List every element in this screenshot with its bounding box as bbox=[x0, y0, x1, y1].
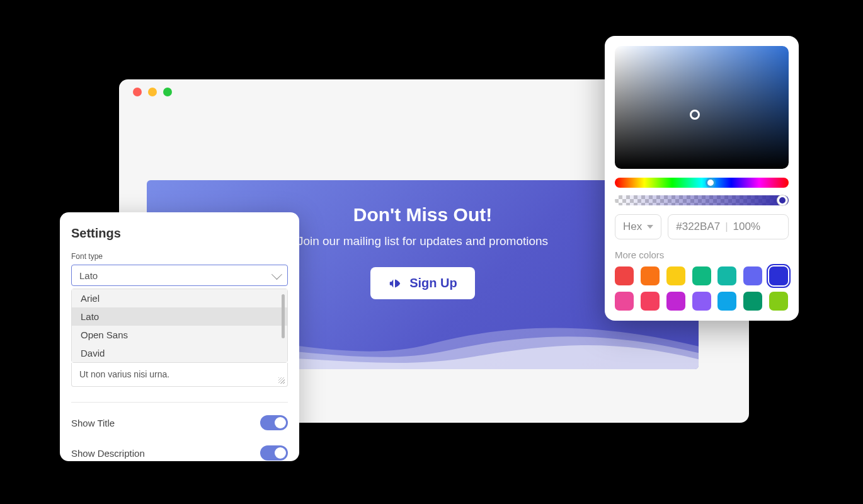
minimize-dot[interactable] bbox=[148, 88, 157, 96]
font-option[interactable]: Lato bbox=[72, 307, 287, 326]
more-colors-label: More colors bbox=[615, 249, 789, 260]
show-description-row: Show Description bbox=[71, 438, 288, 468]
hex-input[interactable]: #322BA7 | 100% bbox=[668, 214, 789, 239]
show-title-label: Show Title bbox=[71, 418, 115, 428]
text-input[interactable]: Ut non varius nisi urna. bbox=[71, 363, 288, 387]
font-type-select[interactable]: Lato bbox=[71, 265, 288, 286]
divider bbox=[71, 402, 288, 403]
color-swatch[interactable] bbox=[769, 266, 788, 285]
settings-title: Settings bbox=[71, 226, 288, 241]
signup-button[interactable]: Sign Up bbox=[370, 267, 475, 299]
font-option[interactable]: David bbox=[72, 344, 287, 362]
settings-panel: Settings Font type Lato Ariel Lato Open … bbox=[60, 212, 299, 461]
separator: | bbox=[725, 220, 728, 233]
color-format-select[interactable]: Hex bbox=[615, 214, 661, 239]
swatch-grid bbox=[615, 266, 789, 311]
color-swatch[interactable] bbox=[692, 292, 711, 311]
hue-slider[interactable] bbox=[615, 178, 789, 188]
chevron-down-icon bbox=[647, 225, 653, 229]
font-type-dropdown: Ariel Lato Open Sans David bbox=[71, 289, 288, 363]
color-swatch[interactable] bbox=[666, 292, 685, 311]
signup-button-label: Sign Up bbox=[409, 276, 457, 290]
hue-cursor[interactable] bbox=[706, 178, 716, 188]
color-picker-panel: Hex #322BA7 | 100% More colors bbox=[605, 36, 799, 321]
show-description-toggle[interactable] bbox=[260, 445, 288, 461]
alpha-slider[interactable] bbox=[615, 195, 789, 205]
megaphone-icon bbox=[388, 277, 402, 290]
close-dot[interactable] bbox=[133, 88, 142, 96]
color-swatch[interactable] bbox=[717, 266, 736, 285]
color-swatch[interactable] bbox=[615, 266, 634, 285]
color-swatch[interactable] bbox=[717, 292, 736, 311]
alpha-cursor[interactable] bbox=[777, 195, 787, 205]
show-description-label: Show Description bbox=[71, 448, 145, 459]
color-swatch[interactable] bbox=[769, 292, 788, 311]
maximize-dot[interactable] bbox=[163, 88, 172, 96]
color-swatch[interactable] bbox=[692, 266, 711, 285]
hex-value: #322BA7 bbox=[676, 220, 720, 233]
color-swatch[interactable] bbox=[666, 266, 685, 285]
alpha-value: 100% bbox=[733, 220, 760, 233]
font-option[interactable]: Ariel bbox=[72, 289, 287, 307]
color-swatch[interactable] bbox=[743, 292, 762, 311]
chevron-down-icon bbox=[271, 269, 282, 280]
font-type-label: Font type bbox=[71, 252, 288, 261]
show-title-toggle[interactable] bbox=[260, 415, 288, 430]
sv-cursor[interactable] bbox=[690, 110, 700, 120]
font-type-selected: Lato bbox=[79, 270, 98, 281]
color-swatch[interactable] bbox=[641, 292, 660, 311]
color-swatch[interactable] bbox=[743, 266, 762, 285]
font-option[interactable]: Open Sans bbox=[72, 326, 287, 344]
color-swatch[interactable] bbox=[641, 266, 660, 285]
text-input-value: Ut non varius nisi urna. bbox=[79, 369, 169, 379]
resize-grip-icon[interactable] bbox=[278, 377, 285, 384]
show-title-row: Show Title bbox=[71, 408, 288, 438]
color-format-label: Hex bbox=[623, 220, 642, 233]
dropdown-scrollbar[interactable] bbox=[282, 294, 285, 338]
color-swatch[interactable] bbox=[615, 292, 634, 311]
saturation-value-area[interactable] bbox=[615, 46, 789, 169]
